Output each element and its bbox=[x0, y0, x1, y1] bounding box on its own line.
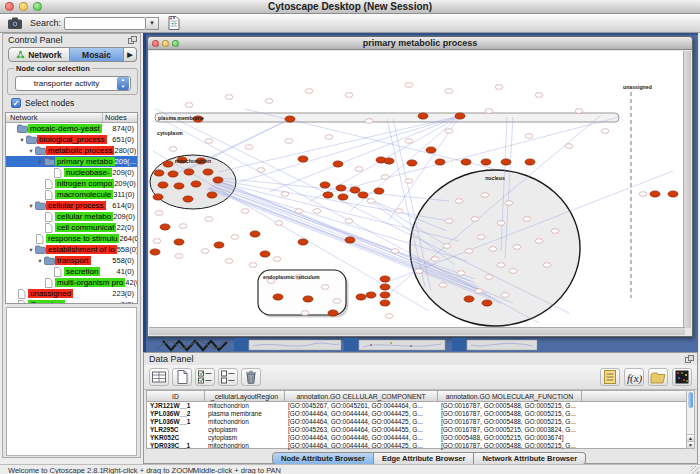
network-node[interactable] bbox=[551, 229, 559, 234]
network-node[interactable] bbox=[380, 292, 390, 298]
tree-row[interactable]: ▼transport558(0) bbox=[6, 255, 137, 266]
network-node[interactable] bbox=[333, 161, 343, 167]
network-node[interactable] bbox=[273, 294, 283, 300]
table-cell[interactable]: [GO:0016787, GO:0005488, GO:0005215, G..… bbox=[438, 402, 582, 410]
network-node[interactable] bbox=[481, 193, 489, 198]
network-node[interactable] bbox=[249, 263, 257, 268]
function-builder-button[interactable]: f(x) bbox=[624, 368, 644, 386]
network-node[interactable] bbox=[154, 170, 164, 176]
network-node[interactable] bbox=[431, 257, 439, 262]
network-node[interactable] bbox=[333, 299, 341, 304]
network-node[interactable] bbox=[328, 310, 338, 316]
table-cell[interactable]: YKR052C bbox=[147, 434, 205, 442]
tree-row[interactable]: unassigned223(0) bbox=[6, 288, 137, 299]
network-node[interactable] bbox=[185, 103, 193, 108]
network-node[interactable] bbox=[407, 160, 417, 166]
tree-row[interactable]: Overview8(0) bbox=[6, 299, 137, 304]
network-node[interactable] bbox=[168, 171, 178, 177]
network-node[interactable] bbox=[482, 300, 492, 306]
disclosure-triangle[interactable]: ▼ bbox=[27, 203, 35, 209]
network-node[interactable] bbox=[525, 134, 533, 139]
network-node[interactable] bbox=[535, 93, 543, 98]
network-node[interactable] bbox=[405, 83, 413, 88]
disclosure-triangle[interactable]: ▼ bbox=[36, 159, 44, 165]
network-node[interactable] bbox=[158, 182, 168, 188]
network-node[interactable] bbox=[184, 169, 194, 175]
tree-row[interactable]: macromolecule311(0) bbox=[6, 189, 137, 200]
network-node[interactable] bbox=[281, 192, 289, 197]
new-document-button[interactable] bbox=[172, 368, 192, 386]
table-cell[interactable]: plasma membrane bbox=[205, 410, 285, 418]
disclosure-triangle[interactable]: ▼ bbox=[36, 258, 44, 264]
disclosure-triangle[interactable]: ▼ bbox=[27, 247, 35, 253]
table-cell[interactable]: [GO:0045263, GO:0044464, GO:0044455, G..… bbox=[285, 426, 438, 434]
network-node[interactable] bbox=[225, 95, 233, 100]
table-cell[interactable]: YLR295C bbox=[147, 426, 205, 434]
scroll-up-arrow[interactable]: ▲ bbox=[687, 434, 694, 441]
tree-row[interactable]: ▼primary metabo209(... bbox=[6, 156, 137, 167]
network-node[interactable] bbox=[495, 85, 503, 90]
search-input[interactable] bbox=[64, 17, 146, 30]
network-node[interactable] bbox=[455, 113, 465, 119]
table-cell[interactable]: YPL036W__2 bbox=[147, 410, 205, 418]
network-node[interactable] bbox=[155, 211, 163, 216]
network-node[interactable] bbox=[505, 201, 513, 206]
network-node[interactable] bbox=[325, 135, 333, 140]
tree-column-network[interactable]: Network bbox=[6, 113, 103, 122]
network-node[interactable] bbox=[320, 182, 330, 188]
horizontal-scrollbar[interactable] bbox=[149, 327, 685, 335]
column-header-filler[interactable] bbox=[582, 391, 688, 402]
network-node[interactable] bbox=[355, 167, 363, 172]
network-node[interactable] bbox=[345, 93, 353, 98]
network-node[interactable] bbox=[345, 237, 355, 243]
table-cell[interactable]: [GO:0044464, GO:0044444, GO:0044425, G..… bbox=[285, 418, 438, 426]
disclosure-triangle[interactable]: ▼ bbox=[18, 137, 26, 143]
network-node[interactable] bbox=[461, 159, 471, 165]
network-node[interactable] bbox=[153, 194, 163, 200]
table-cell[interactable]: [GO:0016787, GO:0005215, GO:0003824, G..… bbox=[438, 426, 582, 434]
network-node[interactable] bbox=[303, 296, 313, 302]
network-node[interactable] bbox=[668, 191, 678, 197]
network-node[interactable] bbox=[380, 284, 390, 290]
column-header-3[interactable]: annotation.GO CELLULAR_COMPONENT bbox=[285, 391, 438, 402]
tree-row[interactable]: response to stimulu264(0) bbox=[6, 233, 137, 244]
network-node[interactable] bbox=[385, 314, 393, 319]
network-node[interactable] bbox=[174, 183, 184, 189]
attribute-table[interactable]: ID_cellularLayoutRegionannotation.GO CEL… bbox=[146, 390, 689, 449]
network-node[interactable] bbox=[477, 235, 485, 240]
network-node[interactable] bbox=[338, 194, 348, 200]
resize-grip[interactable] bbox=[691, 466, 699, 474]
network-node[interactable] bbox=[497, 221, 505, 226]
network-node[interactable] bbox=[380, 300, 390, 306]
table-cell[interactable]: cytoplasm bbox=[205, 426, 285, 434]
table-cell[interactable]: [GO:0016787, GO:0005488, GO:0005215, G..… bbox=[438, 410, 582, 418]
node-color-dropdown[interactable]: transporter activity ▲▼ bbox=[15, 76, 131, 91]
network-node[interactable] bbox=[471, 217, 479, 222]
network-node[interactable] bbox=[301, 311, 309, 316]
network-node[interactable] bbox=[203, 169, 213, 175]
network-node[interactable] bbox=[298, 239, 308, 245]
network-node[interactable] bbox=[426, 147, 436, 153]
network-node[interactable] bbox=[191, 181, 201, 187]
tree-row[interactable]: ▼cellular process614(0) bbox=[6, 200, 137, 211]
network-node[interactable] bbox=[250, 231, 260, 237]
network-node[interactable] bbox=[650, 191, 660, 197]
select-nodes-checkbox[interactable]: ✓ bbox=[11, 98, 21, 108]
network-node[interactable] bbox=[543, 263, 551, 268]
network-node[interactable] bbox=[639, 192, 647, 197]
table-scrollbar[interactable]: ▲ ▼ bbox=[686, 390, 695, 449]
network-node[interactable] bbox=[183, 196, 193, 202]
unselect-attributes-button[interactable] bbox=[218, 368, 238, 386]
network-node[interactable] bbox=[150, 249, 160, 255]
network-node[interactable] bbox=[405, 179, 413, 184]
table-button[interactable] bbox=[149, 368, 169, 386]
tree-row[interactable]: cell communicat22(0) bbox=[6, 222, 137, 233]
table-cell[interactable]: [GO:0044464, GO:0044444, GO:0044425, G..… bbox=[285, 410, 438, 418]
network-node[interactable] bbox=[345, 219, 353, 224]
network-node[interactable] bbox=[395, 209, 403, 214]
network-node[interactable] bbox=[295, 209, 303, 214]
table-cell[interactable]: mitochondrion bbox=[205, 418, 285, 426]
network-node[interactable] bbox=[321, 285, 329, 290]
network-node[interactable] bbox=[257, 168, 265, 173]
network-node[interactable] bbox=[391, 249, 399, 254]
